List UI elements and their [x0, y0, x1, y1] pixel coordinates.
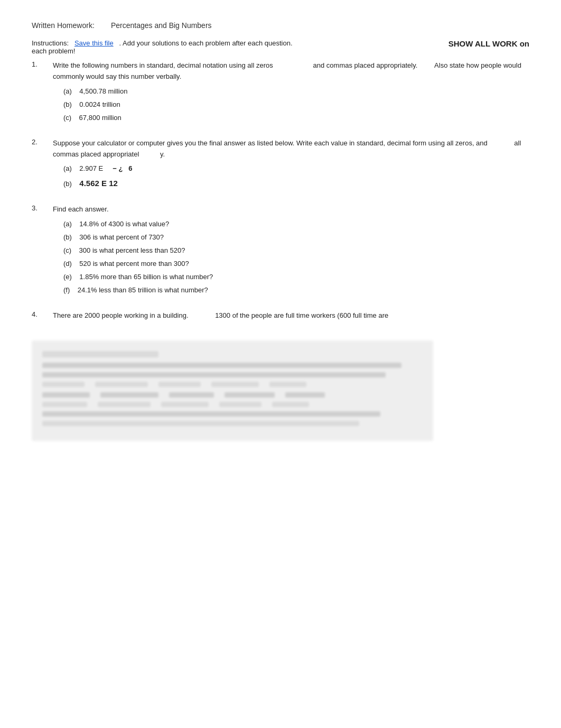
problem-3-number: 3. [32, 204, 48, 298]
problem-2-content: Suppose your calculator or computer give… [53, 138, 529, 191]
problem-4-description: There are 2000 people working in a build… [53, 310, 529, 321]
problem-4: 4. There are 2000 people working in a bu… [32, 310, 529, 325]
list-item: (c) 67,800 million [63, 112, 529, 124]
problem-1-number: 1. [32, 60, 48, 125]
instructions-section: Instructions: Save this file . Add your … [32, 39, 529, 55]
problem-4-content: There are 2000 people working in a build… [53, 310, 529, 325]
list-item: (b) 306 is what percent of 730? [63, 232, 529, 243]
list-item: (a) 4,500.78 million [63, 86, 529, 97]
instructions-label: Instructions: [32, 39, 69, 47]
problem-2-number: 2. [32, 138, 48, 191]
page-title: Written Homework: Percentages and Big Nu… [32, 21, 529, 30]
problem-3-subitems: (a) 14.8% of 4300 is what value? (b) 306… [63, 218, 529, 297]
problem-1: 1. Write the following numbers in standa… [32, 60, 529, 125]
problem-4-number: 4. [32, 310, 48, 325]
show-all-work: SHOW ALL WORK on [448, 39, 529, 48]
instructions-second-line: each problem! [32, 47, 75, 55]
list-item: (b) 0.0024 trillion [63, 99, 529, 110]
problem-2: 2. Suppose your calculator or computer g… [32, 138, 529, 191]
list-item: (f) 24.1% less than 85 trillion is what … [63, 284, 529, 296]
problem-3-description: Find each answer. [53, 204, 529, 215]
list-item: (d) 520 is what percent more than 300? [63, 258, 529, 270]
save-file-link[interactable]: Save this file [74, 39, 114, 47]
problem-1-subitems: (a) 4,500.78 million (b) 0.0024 trillion… [63, 86, 529, 124]
problem-3-content: Find each answer. (a) 14.8% of 4300 is w… [53, 204, 529, 298]
list-item: (a) 2.907 E − ¿ 6 [63, 163, 529, 174]
problems-section: 1. Write the following numbers in standa… [32, 60, 529, 325]
problem-2-subitems: (a) 2.907 E − ¿ 6 (b) 4.562 E 12 [63, 163, 529, 190]
list-item: (a) 14.8% of 4300 is what value? [63, 218, 529, 230]
blurred-content-section [32, 340, 433, 441]
list-item: (b) 4.562 E 12 [63, 177, 529, 190]
problem-1-description: Write the following numbers in standard,… [53, 60, 529, 82]
problem-3: 3. Find each answer. (a) 14.8% of 4300 i… [32, 204, 529, 298]
instructions-middle: . Add your solutions to each problem aft… [119, 39, 292, 47]
list-item: (e) 1.85% more than 65 billion is what n… [63, 271, 529, 283]
list-item: (c) 300 is what percent less than 520? [63, 245, 529, 256]
instructions-left: Instructions: Save this file . Add your … [32, 39, 448, 55]
problem-2-description: Suppose your calculator or computer give… [53, 138, 529, 160]
problem-1-content: Write the following numbers in standard,… [53, 60, 529, 125]
